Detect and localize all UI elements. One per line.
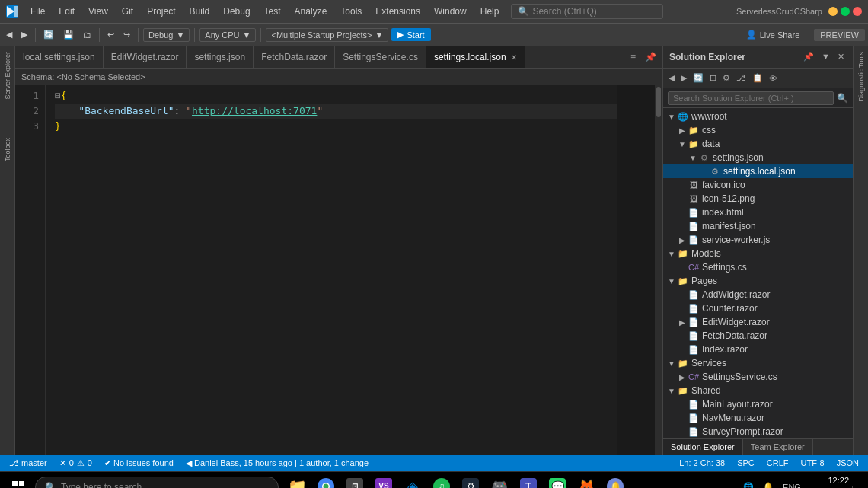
tree-item-manifest[interactable]: 📄 manifest.json [663,219,853,233]
taskbar-app-discord[interactable]: 🔔 [602,472,629,489]
code-editor[interactable]: ⊟ { "BackendBaseUrl" : "http://localhost… [46,85,655,455]
tree-item-pages[interactable]: ▼ 📁 Pages [663,274,853,288]
taskbar-lang[interactable]: ENG [780,481,804,489]
se-dropdown-icon[interactable]: ▼ [819,51,832,62]
minimize-button[interactable] [828,7,838,16]
tab-close-icon[interactable]: ✕ [511,53,517,62]
se-git-icon[interactable]: ⎇ [734,72,748,85]
toolbar-redo[interactable]: ↪ [120,28,133,41]
taskbar-app-file-explorer[interactable]: 📁 [283,472,311,489]
tab-pin-icon[interactable]: 📌 [642,50,659,64]
tree-item-wwwroot[interactable]: ▼ 🌐 wwwroot [663,110,853,123]
menu-file[interactable]: File [24,5,51,18]
toolbar-save-all[interactable]: 🗂 [80,29,94,41]
cpu-dropdown[interactable]: Any CPU ▼ [199,28,256,42]
author-item[interactable]: ◀ Daniel Bass, 15 hours ago | 1 author, … [183,458,372,468]
tree-item-navmenu[interactable]: 📄 NavMenu.razor [663,411,853,425]
tree-item-settingsservice[interactable]: ▶ C# SettingsService.cs [663,370,853,384]
taskbar-app-teams[interactable]: T [515,472,542,489]
toolbar-refresh[interactable]: 🔄 [40,28,57,41]
tree-item-shared[interactable]: ▼ 📁 Shared [663,384,853,397]
se-tab-team-explorer[interactable]: Team Explorer [743,439,813,455]
toolbar-forward[interactable]: ▶ [18,28,30,41]
tab-fetch-data[interactable]: FetchData.razor [254,46,335,68]
encoding-item[interactable]: UTF-8 [797,458,827,467]
tree-item-addwidget[interactable]: 📄 AddWidget.razor [663,288,853,301]
tab-settings-local[interactable]: settings.local.json ✕ [426,46,525,68]
toolbox-label[interactable]: Toolbox [2,135,13,164]
tab-local-settings[interactable]: local.settings.json [15,46,104,68]
tree-item-index-razor[interactable]: 📄 Index.razor [663,343,853,356]
tree-item-favicon[interactable]: 🖼 favicon.ico [663,178,853,192]
taskbar-app-chrome[interactable] [312,472,340,489]
live-share-button[interactable]: 👤 Live Share [742,28,805,41]
scrollbar-thumb[interactable] [656,87,661,117]
se-view-icon[interactable]: 👁 [767,72,780,85]
menu-analyze[interactable]: Analyze [289,5,333,18]
no-issues-item[interactable]: ✔ No issues found [101,458,177,468]
editor-scrollbar[interactable] [655,85,662,455]
taskbar-network-icon[interactable]: 🌐 [740,480,757,488]
tree-item-data[interactable]: ▼ 📁 data [663,137,853,151]
menu-test[interactable]: Test [258,5,287,18]
tree-item-surveyprompt[interactable]: 📄 SurveyPrompt.razor [663,425,853,438]
tree-item-services[interactable]: ▼ 📁 Services [663,356,853,370]
tree-item-mainlayout[interactable]: 📄 MainLayout.razor [663,397,853,411]
menu-view[interactable]: View [82,5,114,18]
se-search-input[interactable] [668,91,834,105]
line-ending-item[interactable]: CRLF [764,458,792,467]
run-button[interactable]: ▶ Start [391,28,430,41]
maximize-button[interactable] [841,7,850,16]
se-back-icon[interactable]: ◀ [666,72,677,85]
se-copy-icon[interactable]: 📋 [750,72,765,85]
se-close-icon[interactable]: ✕ [835,51,847,62]
tree-item-css[interactable]: ▶ 📁 css [663,123,853,137]
se-pin-icon[interactable]: 📌 [801,51,816,62]
se-search-icon[interactable]: 🔍 [837,93,848,104]
show-desktop-button[interactable] [852,486,859,489]
taskbar-notification-icon[interactable]: 🔔 [760,480,777,488]
tab-settings-json[interactable]: settings.json [187,46,254,68]
tree-item-counter[interactable]: 📄 Counter.razor [663,301,853,315]
taskbar-app-firefox[interactable]: 🦊 [573,472,600,489]
tab-overflow-icon[interactable]: ≡ [627,50,639,64]
menu-window[interactable]: Window [428,5,473,18]
taskbar-app-steam[interactable]: ⚙ [457,472,484,489]
menu-debug[interactable]: Debug [217,5,256,18]
toolbar-save[interactable]: 💾 [60,28,77,41]
spc-item[interactable]: SPC [734,458,758,467]
title-search[interactable]: 🔍 Search (Ctrl+Q) [511,4,663,19]
tree-item-fetchdata[interactable]: 📄 FetchData.razor [663,329,853,343]
taskbar-app-vscode[interactable]: ◈ [399,472,426,489]
taskbar-app-game[interactable]: 🎮 [486,472,513,489]
tab-settings-service[interactable]: SettingsService.cs [335,46,426,68]
taskbar-app-spotify[interactable]: ♫ [428,472,455,489]
debug-mode-dropdown[interactable]: Debug ▼ [143,28,190,42]
menu-project[interactable]: Project [141,5,181,18]
taskbar-clock[interactable]: 12:22 02/08/2020 [807,475,849,488]
close-button[interactable] [853,7,862,16]
se-tab-solution-explorer[interactable]: Solution Explorer [663,439,743,455]
menu-extensions[interactable]: Extensions [369,5,426,18]
se-settings-icon[interactable]: ⚙ [720,72,732,85]
tree-item-service-worker[interactable]: ▶ 📄 service-worker.js [663,233,853,247]
taskbar-app-whatsapp[interactable]: 💬 [544,472,571,489]
tree-item-editwidget[interactable]: ▶ 📄 EditWidget.razor [663,315,853,329]
menu-edit[interactable]: Edit [53,5,81,18]
startup-project-dropdown[interactable]: <Multiple Startup Projects> ▼ [266,28,388,42]
se-forward-icon[interactable]: ▶ [678,72,689,85]
tree-item-settings-cs[interactable]: C# Settings.cs [663,260,853,274]
se-refresh-icon[interactable]: 🔄 [691,72,706,85]
server-explorer-label[interactable]: Server Explorer [2,49,13,103]
se-filter-icon[interactable]: ⊟ [707,72,719,85]
tree-item-settings-json[interactable]: ▼ ⚙ settings.json [663,151,853,164]
tree-item-icon512[interactable]: 🖼 icon-512.png [663,192,853,206]
menu-tools[interactable]: Tools [334,5,368,18]
tree-item-index-html[interactable]: 📄 index.html [663,206,853,219]
toolbar-back[interactable]: ◀ [3,28,15,41]
fold-icon[interactable]: ⊟ [55,88,61,104]
preview-button[interactable]: PREVIEW [814,29,865,41]
menu-build[interactable]: Build [183,5,216,18]
tree-item-models[interactable]: ▼ 📁 Models [663,247,853,260]
taskbar-app-vs[interactable]: VS [370,472,397,489]
